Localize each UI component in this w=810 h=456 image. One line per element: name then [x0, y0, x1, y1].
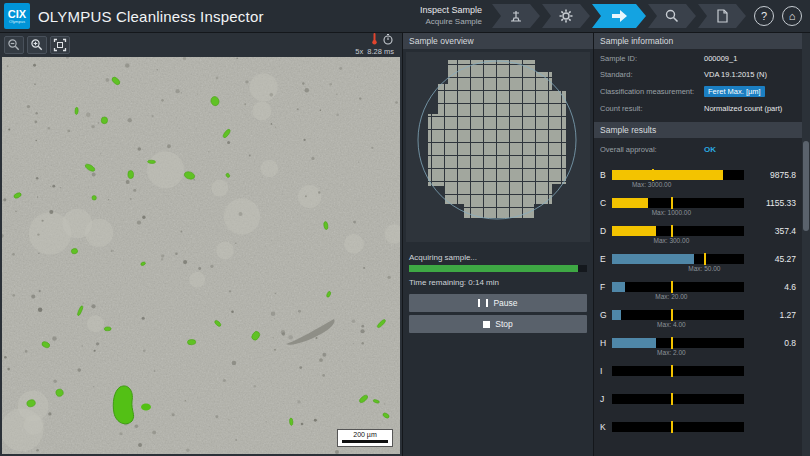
viewer-toolbar: 5x 8.28 ms	[0, 33, 402, 57]
app-window: CIX Olympus OLYMPUS Cleanliness Inspecto…	[0, 0, 810, 456]
thermometer-icon	[370, 33, 379, 48]
cix-logo-subtext: Olympus	[9, 20, 25, 24]
result-row-I: I	[600, 357, 796, 385]
info-label: Standard:	[600, 70, 704, 79]
workflow-step-settings[interactable]	[542, 4, 590, 28]
result-bar-fill	[612, 282, 625, 292]
result-class-label: F	[600, 282, 612, 292]
sample-overview-title: Sample overview	[403, 33, 593, 49]
result-bar	[612, 422, 744, 432]
overall-approval-value: OK	[704, 145, 716, 154]
workflow-step-acquire-active[interactable]	[592, 4, 646, 28]
sample-results-title: Sample results	[594, 122, 802, 138]
result-limit-label: Max: 20.00	[655, 293, 687, 300]
result-limit-label: Max: 3000.00	[632, 181, 671, 188]
result-row-K: K	[600, 413, 796, 441]
result-bar: Max: 4.00	[612, 310, 744, 320]
stopwatch-icon	[382, 33, 394, 48]
cix-logo: CIX Olympus	[4, 3, 30, 29]
zoom-in-button[interactable]	[27, 36, 47, 54]
result-value: 4.6	[752, 282, 796, 292]
result-limit-marker	[671, 421, 673, 433]
zoom-out-button[interactable]	[4, 36, 24, 54]
result-row-E: EMax: 50.0045.27	[600, 245, 796, 273]
microscope-stand-icon	[508, 8, 524, 24]
sample-overview-mosaic	[406, 52, 590, 242]
result-bar	[612, 394, 744, 404]
result-bar: Max: 3000.00	[612, 170, 744, 180]
result-bar-fill	[612, 254, 694, 264]
stop-button[interactable]: Stop	[409, 315, 587, 333]
result-bar: Max: 2.00	[612, 338, 744, 348]
info-row-count-result: Count result: Normalized count (part)	[600, 104, 796, 113]
result-limit-label: Max: 2.00	[657, 349, 686, 356]
result-bar: Max: 1000.00	[612, 198, 744, 208]
time-remaining-text: Time remaining: 0:14 min	[403, 272, 593, 291]
detected-particle	[289, 418, 293, 426]
detected-particle	[75, 107, 79, 114]
stop-button-label: Stop	[495, 319, 513, 329]
standard-value: VDA 19.1:2015 (N)	[704, 70, 767, 79]
pause-button-label: Pause	[493, 298, 517, 308]
viewer-panel: 5x 8.28 ms 200 µm	[0, 33, 403, 456]
detected-particle	[104, 327, 111, 331]
result-bar: Max: 20.00	[612, 282, 744, 292]
result-value: 9875.8	[752, 170, 796, 180]
result-row-B: BMax: 3000.009875.8	[600, 161, 796, 189]
result-row-F: FMax: 20.004.6	[600, 273, 796, 301]
result-class-label: H	[600, 338, 612, 348]
result-class-label: I	[600, 366, 612, 376]
result-limit-marker	[671, 281, 673, 293]
arrow-right-icon	[610, 9, 628, 23]
live-image-viewer[interactable]: 200 µm	[2, 57, 400, 454]
workflow-step-report[interactable]	[698, 4, 746, 28]
pause-icon	[478, 299, 488, 307]
acquire-progress-bar	[409, 265, 587, 272]
title-bar: CIX Olympus OLYMPUS Cleanliness Inspecto…	[0, 0, 810, 33]
result-limit-label: Max: 50.00	[688, 265, 720, 272]
result-class-label: G	[600, 310, 612, 320]
acquire-status-text: Acquiring sample...	[403, 245, 593, 265]
workflow-step-subtitle: Acquire Sample	[420, 17, 482, 27]
result-value: 0.8	[752, 338, 796, 348]
fit-to-screen-button[interactable]	[50, 36, 70, 54]
result-row-J: J	[600, 385, 796, 413]
info-row-standard: Standard: VDA 19.1:2015 (N)	[600, 70, 796, 79]
result-value: 1155.33	[752, 198, 796, 208]
workflow-step-title: Inspect Sample	[420, 5, 482, 16]
result-class-label: J	[600, 394, 612, 404]
result-bar	[612, 366, 744, 376]
scale-bar-line	[342, 440, 388, 443]
acquire-progress-fill	[409, 265, 578, 272]
sample-overview-map	[406, 52, 590, 242]
result-limit-marker	[671, 309, 673, 321]
result-bar-fill	[612, 338, 656, 348]
scale-bar-label: 200 µm	[342, 431, 388, 439]
pause-button[interactable]: Pause	[409, 294, 587, 312]
scrollbar-thumb[interactable]	[803, 141, 809, 231]
info-label: Classification measurement:	[600, 87, 704, 96]
help-button[interactable]: ?	[754, 6, 774, 26]
home-button[interactable]: ⌂	[782, 6, 802, 26]
result-value: 45.27	[752, 254, 796, 264]
result-bar-fill	[612, 310, 621, 320]
vertical-scrollbar	[802, 33, 810, 456]
workflow-step-inspect[interactable]	[648, 4, 696, 28]
workflow-steps	[490, 3, 746, 29]
result-row-H: HMax: 2.000.8	[600, 329, 796, 357]
detected-particle	[101, 117, 108, 124]
result-bar-fill	[612, 226, 656, 236]
magnification-value: 5x	[355, 47, 363, 56]
result-limit-marker	[652, 169, 654, 181]
scale-bar: 200 µm	[337, 429, 393, 447]
overall-approval-row: Overall approval: OK	[594, 138, 802, 158]
result-limit-label: Max: 4.00	[657, 321, 686, 328]
classification-measurement-value[interactable]: Feret Max. [µm]	[704, 86, 765, 97]
stop-icon	[483, 321, 490, 328]
sample-information-rows: Sample ID: 000009_1 Standard: VDA 19.1:2…	[594, 49, 802, 122]
workflow-step-prepare[interactable]	[492, 4, 540, 28]
result-limit-marker	[671, 365, 673, 377]
exposure-info: 5x 8.28 ms	[355, 33, 398, 56]
result-limit-marker	[671, 393, 673, 405]
detected-particle	[187, 339, 196, 345]
